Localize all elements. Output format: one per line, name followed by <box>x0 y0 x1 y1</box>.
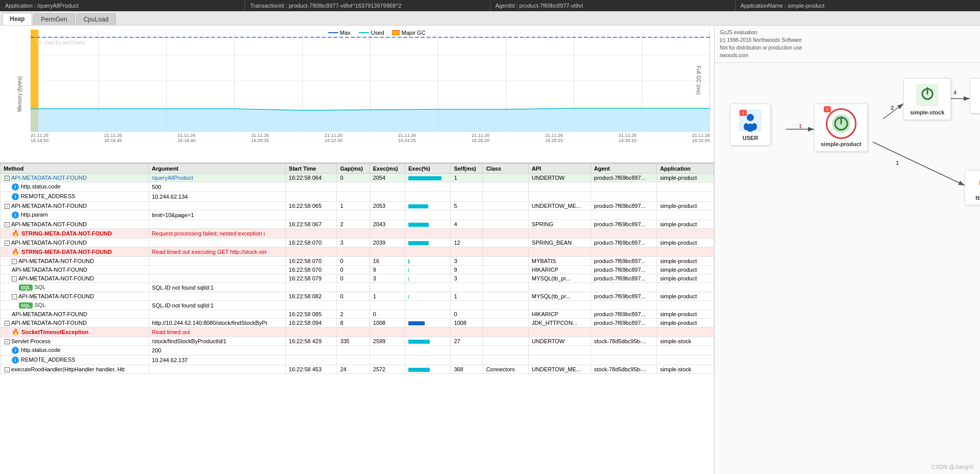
cell-agent <box>591 283 656 292</box>
table-row[interactable]: -API-METADATA-NOT-FOUND/queryAllProduct1… <box>1 174 714 182</box>
node-tb-product-box: My SQL tb_product <box>965 170 980 205</box>
cell-method: ihttp.param <box>1 210 149 220</box>
x-label-9: 21.11.2616:30:10 <box>619 133 636 143</box>
cell-application <box>657 247 714 257</box>
table-row[interactable]: -API-METADATA-NOT-FOUND16:22:58 07032039… <box>1 239 714 247</box>
node-simple-product[interactable]: ! simple-product <box>814 104 868 152</box>
table-row[interactable]: -API-METADATA-NOT-FOUND16:22:58 082011MY… <box>1 292 714 301</box>
cell-start-time: 16:22:58 082 <box>285 292 337 301</box>
table-row[interactable]: -Servlet Process/stock/findStockByProduc… <box>1 337 714 346</box>
expand-icon[interactable]: - <box>12 259 17 264</box>
fire-icon: 🔥 <box>12 328 19 336</box>
cell-self <box>451 301 483 310</box>
cell-api <box>528 229 591 239</box>
cell-api: HIKARICP <box>528 310 591 319</box>
cell-method: -API-METADATA-NOT-FOUND <box>1 174 149 182</box>
cell-exec-pct <box>405 301 450 310</box>
cell-self <box>451 346 483 356</box>
node-simple-stock[interactable]: simple-stock <box>903 78 951 120</box>
cell-start-time: 16:22:58 067 <box>285 220 337 229</box>
cell-agent <box>591 346 656 356</box>
cell-method: API-METADATA-NOT-FOUND <box>1 310 149 319</box>
svg-marker-16 <box>31 108 710 132</box>
cell-api <box>528 192 591 202</box>
table-row[interactable]: SQLSQLSQL-ID not found sqlId:1 <box>1 283 714 292</box>
table-row[interactable]: 🔥STRING-META-DATA-NOT-FOUNDRead timed ou… <box>1 247 714 257</box>
cell-start-time: 16:22:58 070 <box>285 257 337 266</box>
table-area[interactable]: Method Argument Start Time Gap(ms) Exec(… <box>0 163 714 474</box>
cell-application: simple-product <box>657 274 714 283</box>
cell-class: Connectors <box>483 365 528 374</box>
cell-class <box>483 310 528 319</box>
table-row[interactable]: ihttp.paramlimit=10&page=1 <box>1 210 714 220</box>
cell-agent <box>591 327 656 337</box>
expand-icon[interactable]: - <box>12 294 17 299</box>
table-row[interactable]: ihttp.status.code500 <box>1 182 714 192</box>
cell-exec: 2599 <box>370 337 405 346</box>
legend-max: Max <box>328 30 351 36</box>
table-row[interactable]: -executeRootHandler(HttpHandler handler,… <box>1 365 714 374</box>
product-circle <box>826 108 856 139</box>
cell-gap <box>337 327 370 337</box>
tab-cpuload[interactable]: CpuLoad <box>76 13 116 25</box>
table-row[interactable]: -API-METADATA-NOT-FOUNDhttp://10.244.62.… <box>1 319 714 327</box>
cell-class <box>483 192 528 202</box>
table-row[interactable]: iREMOTE_ADDRESS10.244.62.134 <box>1 192 714 202</box>
table-row[interactable]: iREMOTE_ADDRESS10.244.62.137 <box>1 356 714 365</box>
cell-exec-pct <box>405 257 450 266</box>
cell-method: -API-METADATA-NOT-FOUND <box>1 202 149 210</box>
node-tb-product-label: tb_product <box>975 195 980 201</box>
table-row[interactable]: 🔥SocketTimeoutExceptionRead timed out <box>1 327 714 337</box>
exec-bar <box>408 176 442 180</box>
cell-method: -API-METADATA-NOT-FOUND <box>1 257 149 266</box>
table-row[interactable]: -API-METADATA-NOT-FOUND16:22:58 0700163M… <box>1 257 714 266</box>
cell-exec-pct <box>405 327 450 337</box>
transaction-id-label: TransactionId : product-7f69bc8977-vt8vt… <box>245 0 490 11</box>
node-user[interactable]: ! USER <box>730 104 771 146</box>
expand-icon[interactable]: - <box>5 241 10 246</box>
table-row[interactable]: -API-METADATA-NOT-FOUND16:22:58 06722043… <box>1 220 714 229</box>
cell-start-time <box>285 327 337 337</box>
table-row[interactable]: SQLSQLSQL-ID not found sqlId:1 <box>1 301 714 310</box>
cell-class <box>483 346 528 356</box>
table-row[interactable]: API-METADATA-NOT-FOUND16:22:58 070099HIK… <box>1 266 714 274</box>
table-row[interactable]: 🔥STRING-META-DATA-NOT-FOUNDRequest proce… <box>1 229 714 239</box>
info-icon: i <box>12 347 19 354</box>
cell-exec-pct <box>405 274 450 283</box>
expand-icon[interactable]: - <box>5 321 10 326</box>
cell-self <box>451 327 483 337</box>
expand-icon[interactable]: - <box>5 339 10 344</box>
cell-gap <box>337 182 370 192</box>
node-user-label: USER <box>743 135 758 141</box>
chart-svg: 300M 200M 100M 0 1k 800 600 400 200 0 <box>31 30 710 132</box>
gojs-line4: nwoods.com <box>720 52 975 59</box>
exec-bar <box>408 241 429 245</box>
expand-icon[interactable]: - <box>5 222 10 227</box>
table-row[interactable]: API-METADATA-NOT-FOUND16:22:58 085200HIK… <box>1 310 714 319</box>
table-row[interactable]: -API-METADATA-NOT-FOUND16:22:58 079033MY… <box>1 274 714 283</box>
cell-gap: 3 <box>337 239 370 247</box>
cell-argument: limit=10&page=1 <box>149 210 285 220</box>
expand-icon[interactable]: - <box>12 276 17 281</box>
tab-heap[interactable]: Heap <box>2 13 32 25</box>
cell-agent: product-7f69bc897... <box>591 174 656 182</box>
cell-method: -Servlet Process <box>1 337 149 346</box>
x-label-6: 21.11.2616:24:25 <box>398 133 416 143</box>
node-tb-stock[interactable]: My SQL tb_stock <box>970 78 980 113</box>
table-row[interactable]: -API-METADATA-NOT-FOUND16:22:58 06512053… <box>1 202 714 210</box>
info-icon: i <box>12 193 19 200</box>
expand-icon[interactable]: - <box>5 204 10 209</box>
node-tb-product[interactable]: My SQL tb_product <box>965 170 980 205</box>
table-row[interactable]: ihttp.status.code200 <box>1 346 714 356</box>
cell-agent <box>591 301 656 310</box>
cell-start-time <box>285 192 337 202</box>
tab-permgen[interactable]: PermGen <box>33 13 75 25</box>
cell-class <box>483 182 528 192</box>
expand-icon[interactable]: - <box>5 367 10 372</box>
cell-exec-pct <box>405 356 450 365</box>
fire-icon: 🔥 <box>12 248 19 255</box>
cell-argument: Read timed out executing GET http://stoc… <box>149 247 285 257</box>
cell-agent <box>591 229 656 239</box>
expand-icon[interactable]: - <box>5 176 10 181</box>
col-header-application: Application <box>657 164 714 174</box>
